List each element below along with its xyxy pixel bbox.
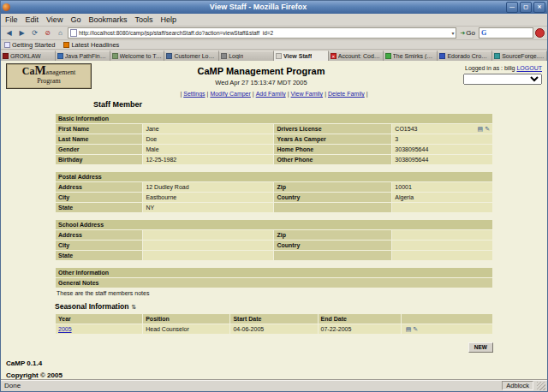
adblock-icon[interactable] xyxy=(535,28,545,38)
field-value: 10001 xyxy=(392,182,492,192)
tab-favicon xyxy=(385,53,391,59)
header-center: CaMP Management Program Wed Apr 27 15:13… xyxy=(92,63,431,89)
home-button[interactable]: ⌂ xyxy=(55,28,66,39)
minimize-button[interactable]: — xyxy=(506,2,518,13)
url-dropdown-icon[interactable]: ▾ xyxy=(451,30,454,36)
tab-customer-login-r[interactable]: Customer Login: R... xyxy=(164,50,219,61)
menu-view[interactable]: View xyxy=(46,15,63,24)
nav-link-add-family[interactable]: Add Family xyxy=(256,91,286,97)
nav-separator: | xyxy=(325,91,326,97)
column-header: Year xyxy=(56,314,142,324)
logout-link[interactable]: LOGOUT xyxy=(516,65,542,71)
nav-toolbar: ◀ ▶ ⟳ ⊘ ⌂ http://localhost:8080/camp/jsp… xyxy=(1,27,547,40)
sheet-icon[interactable]: ▤ xyxy=(406,326,412,332)
maximize-button[interactable]: ▢ xyxy=(520,2,532,13)
nav-link-view-family[interactable]: View Family xyxy=(291,91,324,97)
tab-label: Login xyxy=(229,53,243,59)
reload-button[interactable]: ⟳ xyxy=(29,28,40,39)
menu-file[interactable]: File xyxy=(5,15,18,24)
general-notes-text: These are the staff members notes xyxy=(57,290,493,296)
tab-groklaw[interactable]: GROKLAW xyxy=(1,50,56,61)
nav-link-settings[interactable]: Settings xyxy=(183,91,205,97)
tab-sourceforge-net-v[interactable]: SourceForge.net v... xyxy=(492,50,547,61)
nav-separator: | xyxy=(288,91,289,97)
tab-edorado-crossroa[interactable]: Edorado Crossroa... xyxy=(438,50,492,61)
nav-link-delete-family[interactable]: Delete Family xyxy=(328,91,365,97)
edit-icon[interactable]: ✎ xyxy=(485,126,490,132)
logged-in-text: Logged in as : billg xyxy=(465,65,515,71)
tab-favicon xyxy=(57,53,63,59)
search-input[interactable] xyxy=(488,28,531,38)
field-label: Zip xyxy=(274,230,391,240)
firefox-icon xyxy=(3,3,10,11)
close-button[interactable]: ✕ xyxy=(533,2,545,13)
tab-login[interactable]: Login xyxy=(219,50,274,61)
bookmark-latest-headlines[interactable]: Latest Headlines xyxy=(63,41,119,49)
section-header-row: Basic Information xyxy=(56,114,492,123)
resize-grip[interactable] xyxy=(537,382,545,390)
nav-separator: | xyxy=(180,91,182,97)
nav-separator: | xyxy=(253,91,254,97)
sheet-icon[interactable]: ▤ xyxy=(478,126,484,132)
back-button[interactable]: ◀ xyxy=(3,28,15,39)
go-arrow-icon: ➜ xyxy=(460,30,465,37)
copyright: Copyright © 2005 xyxy=(6,371,547,379)
column-header: End Date xyxy=(319,314,401,324)
tab-label: Welcome to TestT... xyxy=(120,53,163,59)
table-row: Last NameDoeYears As Camper3 xyxy=(56,134,492,144)
tab-bar: GROKLAWJava PathFinderWelcome to TestT..… xyxy=(1,50,547,61)
title-bar[interactable]: View Staff - Mozilla Firefox — ▢ ✕ xyxy=(1,1,547,14)
field-value xyxy=(392,230,492,240)
window-title: View Staff - Mozilla Firefox xyxy=(13,1,503,14)
field-label: City xyxy=(56,193,142,202)
new-button-row: NEW xyxy=(55,337,493,353)
field-label: Last Name xyxy=(56,134,142,144)
notes-label: General Notes xyxy=(56,278,492,288)
edit-icon[interactable]: ✎ xyxy=(413,326,418,332)
field-value xyxy=(143,241,273,250)
forward-button[interactable]: ▶ xyxy=(16,28,27,39)
tab-favicon xyxy=(3,53,9,59)
logo-line2: Program xyxy=(7,77,91,85)
field-value: Eastbourne xyxy=(143,193,273,202)
search-bar[interactable]: G xyxy=(479,27,533,39)
field-value xyxy=(143,230,273,240)
menu-edit[interactable]: Edit xyxy=(26,15,39,24)
tab-account-codecon[interactable]: ✕Account: CodeCon... xyxy=(329,50,384,61)
section-title: School Address xyxy=(56,220,492,229)
new-season-button[interactable]: NEW xyxy=(468,342,493,353)
section-header-row: Postal Address xyxy=(56,172,492,181)
tab-java-pathfinder[interactable]: Java PathFinder xyxy=(56,50,110,61)
menu-bookmarks[interactable]: Bookmarks xyxy=(88,15,127,24)
menu-go[interactable]: Go xyxy=(70,15,80,24)
page-header: CaManagement Program CaMP Management Pro… xyxy=(1,61,547,89)
url-bar[interactable]: http://localhost:8080/camp/jsp/staff/sea… xyxy=(68,27,456,39)
stop-button[interactable]: ⊘ xyxy=(42,28,53,39)
bookmark-getting-started[interactable]: Getting Started xyxy=(4,41,55,49)
browser-content: CaManagement Program CaMP Management Pro… xyxy=(1,61,547,379)
seasonal-heading: Seasonal Information xyxy=(55,302,128,311)
season-year-link[interactable]: 2005 xyxy=(58,326,72,332)
quick-nav-select[interactable] xyxy=(463,74,542,85)
tab-favicon xyxy=(276,53,282,59)
sort-icon[interactable]: ⇅ xyxy=(131,304,136,310)
table-row: Other Information xyxy=(56,268,492,277)
tab-the-smirks-framew[interactable]: The Smirks (Framew... xyxy=(384,50,438,61)
nav-link-modify-camper[interactable]: Modify Camper xyxy=(210,91,250,97)
go-button[interactable]: ➜ Go xyxy=(458,29,477,37)
field-label: Gender xyxy=(56,145,142,154)
field-label: Years As Camper xyxy=(274,134,391,144)
field-label: Country xyxy=(274,193,391,202)
field-label: Address xyxy=(56,182,142,192)
tab-view-staff[interactable]: View Staff xyxy=(274,50,329,61)
tab-welcome-to-testt[interactable]: Welcome to TestT... xyxy=(110,50,165,61)
field-value: 3 xyxy=(392,134,492,144)
field-label xyxy=(274,203,391,212)
tab-label: GROKLAW xyxy=(10,53,41,59)
menu-tools[interactable]: Tools xyxy=(134,15,152,24)
menu-help[interactable]: Help xyxy=(160,15,176,24)
other-info-table: Other InformationGeneral Notes xyxy=(55,267,493,288)
tab-favicon xyxy=(439,53,445,59)
section-header-row: School Address xyxy=(56,220,492,229)
adblock-status[interactable]: Adblock xyxy=(502,381,533,390)
